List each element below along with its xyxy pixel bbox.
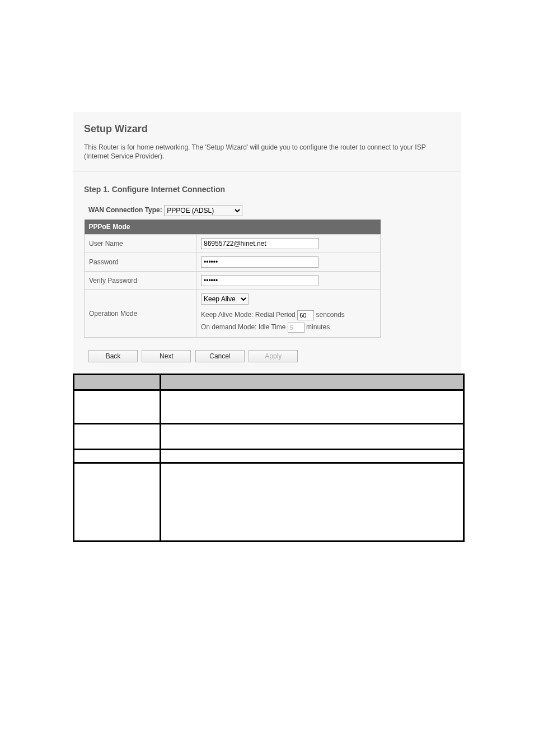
verify-password-input[interactable] <box>201 275 318 286</box>
ref-r2-right <box>161 423 464 449</box>
user-name-label: User Name <box>85 235 196 253</box>
on-demand-text: On demand Mode: Idle Time <box>201 323 285 331</box>
password-label: Password <box>85 253 196 272</box>
step-title: Step 1. Configure Internet Connection <box>84 185 450 194</box>
ref-r1-right <box>161 390 464 423</box>
keep-alive-row: Keep Alive Mode: Redial Period senconds <box>201 309 376 321</box>
setup-wizard-panel: Setup Wizard This Router is for home net… <box>73 112 461 374</box>
ref-header-left <box>74 374 161 390</box>
operation-mode-label: Operation Mode <box>85 290 196 337</box>
ref-header-right <box>161 374 464 390</box>
keep-alive-text: Keep Alive Mode: Redial Period <box>201 311 296 319</box>
ref-r4-left <box>74 463 161 541</box>
password-input[interactable] <box>201 256 318 268</box>
ref-r4-right <box>161 463 464 541</box>
wan-connection-label: WAN Connection Type: <box>88 207 162 214</box>
ref-r1-left <box>74 390 161 423</box>
verify-password-label: Verify Password <box>85 272 196 290</box>
apply-button[interactable]: Apply <box>249 350 298 362</box>
page-title: Setup Wizard <box>84 123 450 135</box>
next-button[interactable]: Next <box>142 350 191 362</box>
user-name-input[interactable] <box>201 238 318 249</box>
idle-time-input[interactable] <box>288 323 305 333</box>
redial-period-input[interactable] <box>297 310 314 320</box>
ref-r2-left <box>74 423 161 449</box>
cancel-button[interactable]: Cancel <box>195 350 245 362</box>
ref-r3-left <box>74 449 161 463</box>
keep-alive-unit: senconds <box>316 311 344 319</box>
on-demand-unit: minutes <box>306 323 330 331</box>
back-button[interactable]: Back <box>88 350 138 362</box>
ref-r3-right <box>161 449 464 463</box>
wan-connection-select[interactable]: PPPOE (ADSL) <box>164 205 242 216</box>
button-row: Back Next Cancel Apply <box>84 350 450 362</box>
pppoe-table: PPPoE Mode User Name Password Verify Pas… <box>84 220 381 337</box>
reference-table <box>73 374 465 542</box>
divider <box>73 171 461 171</box>
pppoe-header: PPPoE Mode <box>85 220 381 235</box>
operation-mode-select[interactable]: Keep Alive <box>201 293 249 305</box>
on-demand-row: On demand Mode: Idle Time minutes <box>201 321 376 334</box>
wan-connection-row: WAN Connection Type: PPPOE (ADSL) <box>84 205 450 216</box>
intro-text: This Router is for home networking. The … <box>84 143 450 161</box>
